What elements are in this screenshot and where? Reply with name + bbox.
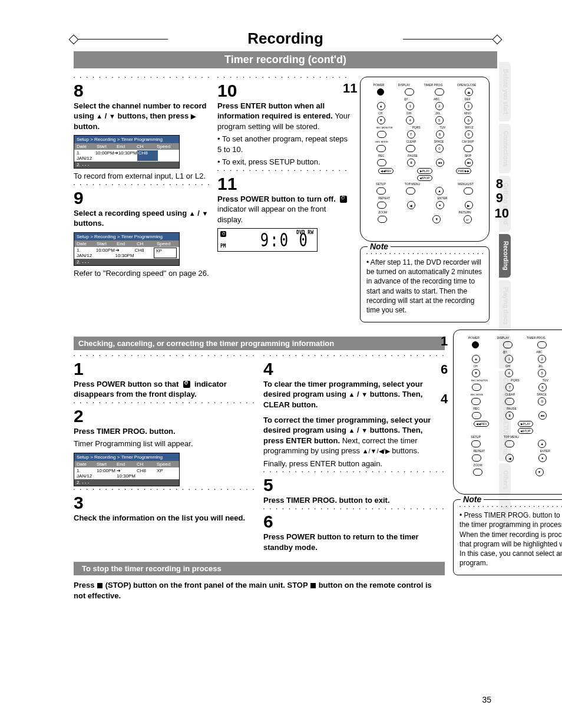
cstep-4: 4 [263, 360, 445, 378]
step-8: 8 [74, 82, 209, 100]
step-9: 9 [74, 189, 209, 207]
cstep-6: 6 [263, 513, 445, 531]
cstep-3: 3 [74, 494, 255, 512]
callout-1: 1 [441, 334, 448, 349]
page-title: Recording [74, 29, 497, 48]
stop-icon [97, 583, 103, 588]
section-stop: To stop the timer recording in process [74, 562, 445, 575]
stop-icon [310, 583, 316, 588]
remote-diagram-1: 11 8 9 10 POWERDISPLAYTIMER PROG.OPEN/CL… [360, 77, 490, 242]
callout-6: 6 [441, 362, 448, 377]
ui-screen-9: Setup > Recording > Timer Programming Da… [74, 232, 180, 266]
callout-11: 11 [343, 81, 357, 96]
clock-icon: ⏱ [220, 231, 226, 237]
cstep-2: 2 [74, 407, 255, 425]
callout-4a: 4 [441, 391, 448, 407]
cstep-1: 1 [74, 360, 255, 378]
ui-screen-2: Setup > Recording > Timer Programming Da… [74, 453, 180, 486]
clock-icon [183, 381, 190, 388]
step-10: 10 [217, 82, 352, 100]
front-display: DVD RW ⏱ PM 9:0 0 [217, 228, 318, 252]
subtitle: Timer recording (cont'd) [74, 51, 497, 68]
ui-screen-8: Setup > Recording > Timer Programming Da… [74, 135, 180, 169]
clock-icon [340, 196, 347, 203]
note-1: Note • • • • • • • • • • • • • • • • • •… [360, 246, 490, 322]
callout-8: 8 [496, 176, 503, 192]
page-number: 35 [482, 695, 491, 704]
note-2: Note • • • • • • • • • • • • • • • • • •… [453, 499, 562, 575]
cstep-5: 5 [263, 476, 445, 494]
step-11: 11 [217, 175, 352, 193]
callout-10: 10 [495, 206, 509, 221]
callout-9: 9 [496, 190, 503, 206]
remote-diagram-2: 1 6 4 2 5 4 POWERDISPLAYTIMER PROG.OPEN/… [453, 330, 562, 495]
section-checking: Checking, canceling, or correcting the t… [74, 337, 445, 350]
